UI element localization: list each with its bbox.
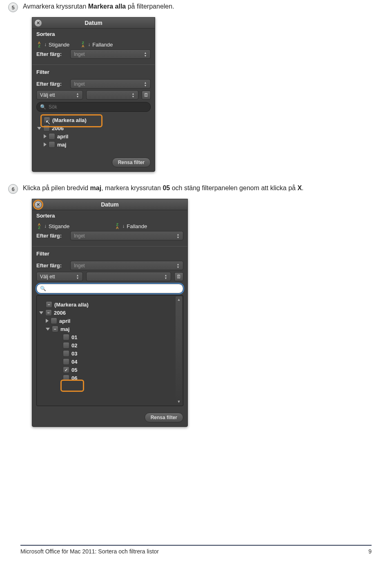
tree-label: 02: [71, 342, 77, 349]
checkbox[interactable]: [63, 350, 69, 357]
filter-color-dropdown[interactable]: Inget ▲▼: [70, 261, 183, 270]
tree-label: 05: [71, 367, 77, 373]
sort-desc-button[interactable]: ZA ↓ Fallande: [114, 223, 147, 229]
checkbox[interactable]: [49, 133, 55, 140]
tree-row-03[interactable]: 03: [39, 349, 180, 358]
search-input[interactable]: 🔍 Sök: [36, 102, 151, 112]
sort-asc-label: Stigande: [49, 42, 69, 48]
calendar-icon[interactable]: 🗓: [174, 272, 183, 281]
arrow-down-icon: ↓: [88, 42, 90, 47]
criteria-dropdown[interactable]: Välj ett ▲▼: [36, 90, 83, 100]
sort-by-color-row: Efter färg: Inget ▲▼: [36, 231, 183, 240]
filter-tree: (Markera alla) 2006 april: [39, 300, 180, 382]
page-footer: Microsoft Office för Mac 2011: Sortera o…: [20, 545, 372, 555]
dropdown-value: Välj ett: [40, 92, 55, 98]
tree-row-05[interactable]: 05: [39, 366, 180, 374]
tree-row-2006[interactable]: 2006: [39, 309, 180, 317]
za-icon: ZA: [80, 41, 86, 48]
filter-body: Efter färg: Inget ▲▼ Välj ett ▲▼ ▲▼ 🗓: [32, 76, 155, 154]
tree-label: 01: [71, 334, 77, 340]
tree-label: maj: [60, 326, 69, 332]
bold: Markera alla: [88, 3, 126, 10]
checkbox-indeterminate[interactable]: [45, 309, 52, 316]
panel-a-wrap: ✕ Datum Sortera AZ ↓ Stigande ZA ↓ Falla…: [32, 17, 376, 172]
tree-label: april: [59, 318, 70, 324]
tree-row-maj[interactable]: maj: [39, 325, 180, 333]
disclosure-right-icon[interactable]: [44, 142, 47, 147]
filter-tree: ↖ (Markera alla) 2006 april: [36, 114, 151, 150]
scroll-down-icon[interactable]: ▼: [177, 400, 181, 404]
chevron-updown-icon: ▲▼: [130, 91, 136, 99]
criteria-dropdown[interactable]: Välj ett ▲▼: [36, 272, 83, 281]
criteria-value-dropdown[interactable]: ▲▼: [86, 272, 171, 281]
checkbox[interactable]: [63, 358, 69, 365]
close-icon[interactable]: ✕: [34, 19, 42, 27]
text: på filterpanelen.: [126, 3, 174, 10]
chevron-updown-icon: ▲▼: [163, 272, 169, 281]
document-page: 5 Avmarkera kryssrutan Markera alla på f…: [0, 2, 392, 562]
search-icon: 🔍: [40, 104, 46, 110]
tree-row-04[interactable]: 04: [39, 358, 180, 366]
sort-desc-button[interactable]: ZA ↓ Fallande: [80, 41, 113, 48]
tree-row-maj[interactable]: maj: [37, 140, 150, 149]
arrow-down-icon: ↓: [44, 42, 47, 47]
tree-label: (Markera alla): [52, 117, 87, 123]
filter-color-dropdown[interactable]: Inget ▲▼: [70, 79, 151, 89]
sort-asc-button[interactable]: AZ ↓ Stigande: [36, 223, 69, 229]
disclosure-right-icon[interactable]: [44, 134, 47, 138]
checkbox-indeterminate[interactable]: [52, 326, 58, 332]
by-color-label: Efter färg:: [36, 81, 67, 87]
disclosure-down-icon[interactable]: [46, 328, 50, 331]
sort-by-color-row: Efter färg: Inget ▲▼: [36, 49, 151, 59]
filter-by-color-row: Efter färg: Inget ▲▼: [36, 79, 151, 89]
za-icon: ZA: [114, 223, 120, 229]
sort-desc-label: Fallande: [127, 223, 147, 229]
sort-color-dropdown[interactable]: Inget ▲▼: [70, 49, 151, 59]
tree-row-select-all[interactable]: (Markera alla): [37, 116, 150, 124]
text: .: [302, 184, 303, 191]
sort-asc-label: Stigande: [49, 223, 69, 229]
search-input[interactable]: 🔍: [36, 284, 183, 293]
panel-footer: Rensa filter: [32, 154, 155, 171]
checkbox-checked[interactable]: [63, 367, 69, 373]
tree-row-select-all[interactable]: (Markera alla): [39, 300, 180, 309]
criteria-value-dropdown[interactable]: ▲▼: [86, 90, 138, 100]
disclosure-right-icon[interactable]: [46, 319, 49, 323]
tree-row-02[interactable]: 02: [39, 341, 180, 349]
checkbox[interactable]: [63, 334, 69, 340]
filter-label: Filter: [32, 67, 155, 76]
clear-filter-button[interactable]: Rensa filter: [112, 158, 151, 167]
tree-row-april[interactable]: april: [39, 317, 180, 325]
sortera-body: AZ ↓ Stigande ZA ↓ Fallande Efter färg: …: [32, 38, 155, 64]
sortera-body: AZ ↓ Stigande ZA ↓ Fallande Efter färg: …: [32, 220, 187, 245]
step-5: 5 Avmarkera kryssrutan Markera alla på f…: [8, 2, 376, 12]
checkbox[interactable]: [51, 318, 57, 324]
tree-label: 03: [71, 351, 77, 357]
tree-row-april[interactable]: april: [37, 132, 150, 140]
checkbox[interactable]: [43, 125, 50, 131]
checkbox-indeterminate[interactable]: [46, 301, 52, 308]
checkbox[interactable]: [63, 375, 69, 381]
text: , markera kryssrutan: [101, 184, 163, 191]
checkbox[interactable]: [63, 342, 69, 349]
dropdown-value: Inget: [74, 263, 85, 269]
step-number-badge: 6: [8, 184, 18, 194]
tree-row-06[interactable]: 06: [39, 374, 180, 382]
disclosure-down-icon[interactable]: [39, 311, 43, 314]
footer-rule: [20, 545, 372, 546]
checkbox[interactable]: [44, 117, 50, 123]
clear-filter-button[interactable]: Rensa filter: [145, 413, 183, 422]
sort-color-dropdown[interactable]: Inget ▲▼: [70, 231, 183, 240]
close-icon[interactable]: ✕: [34, 201, 42, 209]
text: och stäng filterpanelen genom att klicka…: [170, 184, 297, 191]
sort-asc-button[interactable]: AZ ↓ Stigande: [36, 41, 69, 48]
chevron-updown-icon: ▲▼: [175, 261, 181, 270]
disclosure-down-icon[interactable]: [37, 127, 41, 130]
filter-tree-scrollarea[interactable]: ▲ ▼ (Markera alla) 2006: [36, 295, 183, 406]
tree-label: 06: [71, 375, 77, 381]
text: Avmarkera kryssrutan: [23, 3, 88, 10]
tree-row-2006[interactable]: 2006: [37, 124, 150, 132]
tree-row-01[interactable]: 01: [39, 333, 180, 341]
checkbox[interactable]: [49, 141, 55, 148]
calendar-icon[interactable]: 🗓: [142, 91, 151, 100]
